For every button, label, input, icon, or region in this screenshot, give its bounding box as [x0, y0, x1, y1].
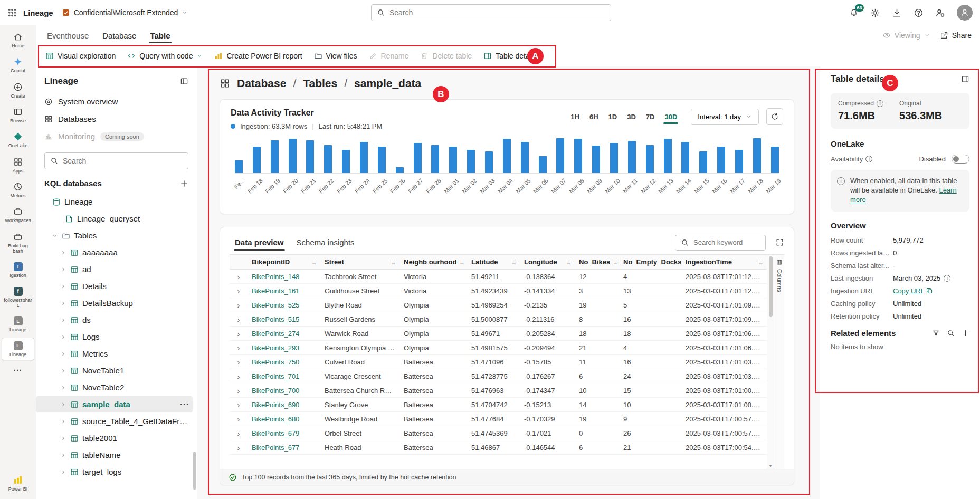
row-expand-icon[interactable]: ›	[230, 372, 248, 381]
row-expand-icon[interactable]: ›	[230, 272, 248, 281]
toolbar-table-details[interactable]: Table details	[478, 48, 542, 64]
table-row[interactable]: ›BikePoints_293Kensington Olympia Sta...…	[230, 341, 767, 355]
tree-item-ad[interactable]: ad	[36, 261, 193, 277]
tree-scrollbar[interactable]	[193, 452, 196, 490]
rail-item-power-bi[interactable]: Power BI	[2, 472, 34, 495]
collapse-panel-icon[interactable]	[180, 77, 188, 85]
chevron-icon[interactable]	[60, 300, 66, 306]
scrollbar-thumb[interactable]	[769, 256, 773, 317]
toolbar-query-with-code[interactable]: Query with code	[122, 48, 208, 64]
scroll-down-arrow[interactable]: ▾	[767, 463, 774, 468]
tree-item-logs[interactable]: Logs	[36, 329, 193, 345]
nav-item-monitoring[interactable]: MonitoringComing soon	[36, 128, 197, 145]
rail-item-apps[interactable]: Apps	[2, 153, 34, 177]
filter-icon[interactable]	[932, 329, 940, 337]
toolbar-rename[interactable]: Rename	[364, 48, 414, 64]
nav-item-system-overview[interactable]: System overview	[36, 93, 197, 110]
row-expand-icon[interactable]: ›	[230, 301, 248, 310]
global-search-input[interactable]	[389, 8, 605, 17]
tree-item-ds[interactable]: ds	[36, 312, 193, 328]
chevron-icon[interactable]	[60, 351, 66, 357]
column-menu-icon[interactable]: ≡	[460, 258, 464, 266]
table-row[interactable]: ›BikePoints_525Blythe RoadOlympia51.4969…	[230, 298, 767, 312]
account-settings-button[interactable]	[935, 8, 945, 18]
column-header-ingestiontime[interactable]: IngestionTime≡	[681, 258, 767, 266]
table-row[interactable]: ›BikePoints_680Westbridge RoadBattersea5…	[230, 412, 767, 426]
info-icon[interactable]: i	[877, 100, 883, 107]
table-row[interactable]: ›BikePoints_750Culvert RoadBattersea51.4…	[230, 355, 767, 369]
grid-scrollbar[interactable]: ▾	[767, 255, 774, 469]
share-button[interactable]: Share	[940, 31, 972, 40]
toolbar-delete-table[interactable]: Delete table	[415, 48, 477, 64]
column-header-neighb-ourhood[interactable]: Neighb ourhood≡	[399, 258, 467, 266]
tree-item-aaaaaaaa[interactable]: aaaaaaaa	[36, 244, 193, 261]
column-menu-icon[interactable]: ≡	[312, 258, 316, 266]
add-icon[interactable]	[962, 329, 969, 337]
chevron-icon[interactable]	[60, 283, 66, 290]
breadcrumb-tables[interactable]: Tables	[303, 77, 337, 90]
range-3d[interactable]: 3D	[623, 110, 640, 124]
tab-data-preview[interactable]: Data preview	[230, 233, 289, 252]
nav-item-databases[interactable]: Databases	[36, 110, 197, 128]
rail-item-more[interactable]: ···	[2, 362, 34, 378]
rail-item-followerzohar1[interactable]: ffollowerzohar1	[2, 283, 34, 312]
tree-item-novetable2[interactable]: NoveTable2	[36, 379, 193, 396]
row-expand-icon[interactable]: ›	[230, 400, 248, 409]
rail-item-lineage[interactable]: LLineage	[2, 338, 34, 360]
toolbar-visual-exploration[interactable]: Visual exploration	[40, 48, 121, 64]
rail-item-workspaces[interactable]: Workspaces	[2, 203, 34, 226]
row-expand-icon[interactable]: ›	[230, 429, 248, 438]
chevron-icon[interactable]	[52, 233, 58, 239]
columns-strip[interactable]: Columns	[774, 255, 784, 469]
row-expand-icon[interactable]: ›	[230, 415, 248, 424]
rail-item-metrics[interactable]: Metrics	[2, 178, 34, 201]
add-database-icon[interactable]	[180, 179, 188, 188]
tab-eventhouse[interactable]: Eventhouse	[41, 26, 94, 45]
tab-table[interactable]: Table	[144, 26, 176, 45]
row-expand-icon[interactable]: ›	[230, 329, 248, 338]
help-button[interactable]	[914, 8, 924, 18]
column-header-bikepointid[interactable]: BikepointID≡	[248, 258, 320, 266]
range-1h[interactable]: 1H	[566, 110, 584, 124]
chevron-icon[interactable]	[60, 401, 66, 408]
column-header-no-empty-docks[interactable]: No_Empty_Docks≡	[619, 258, 681, 266]
breadcrumb-sample-data[interactable]: sample_data	[354, 77, 421, 90]
row-expand-icon[interactable]: ›	[230, 358, 248, 367]
chevron-icon[interactable]	[60, 334, 66, 340]
column-menu-icon[interactable]: ≡	[758, 258, 763, 266]
breadcrumb-database[interactable]: Database	[237, 77, 286, 90]
interval-dropdown[interactable]: Interval: 1 day	[691, 109, 759, 125]
search-icon[interactable]	[947, 329, 955, 337]
onelake-toggle[interactable]	[952, 155, 969, 164]
row-expand-icon[interactable]: ›	[230, 443, 248, 452]
more-options-icon[interactable]: ···	[180, 400, 189, 409]
range-7d[interactable]: 7D	[642, 110, 659, 124]
tree-item-lineage[interactable]: Lineage	[36, 194, 193, 210]
tree-item-detailsbackup[interactable]: DetailsBackup	[36, 295, 193, 311]
tab-database[interactable]: Database	[97, 26, 142, 45]
avatar[interactable]	[957, 5, 973, 21]
table-row[interactable]: ›BikePoints_677Heath RoadBattersea51.468…	[230, 440, 767, 455]
info-icon[interactable]: i	[865, 156, 872, 162]
table-row[interactable]: ›BikePoints_515Russell GardensOlympia51.…	[230, 312, 767, 327]
rail-item-home[interactable]: Home	[2, 28, 34, 52]
table-row[interactable]: ›BikePoints_700Battersea Church RoadBatt…	[230, 383, 767, 398]
column-header-no-bikes[interactable]: No_Bikes≡	[575, 258, 619, 266]
toolbar-view-files[interactable]: View files	[309, 48, 363, 64]
tab-schema-insights[interactable]: Schema insights	[291, 233, 360, 252]
rail-item-copilot[interactable]: Copilot	[2, 53, 34, 76]
row-expand-icon[interactable]: ›	[230, 286, 248, 295]
refresh-button[interactable]	[766, 108, 783, 125]
table-row[interactable]: ›BikePoints_148Tachbrook StreetVictoria5…	[230, 270, 767, 284]
table-row[interactable]: ›BikePoints_679Orbel StreetBattersea51.4…	[230, 426, 767, 440]
chevron-icon[interactable]	[60, 266, 66, 273]
tree-item-tables[interactable]: Tables	[36, 227, 193, 244]
chevron-icon[interactable]	[60, 368, 66, 374]
column-menu-icon[interactable]: ≡	[511, 258, 516, 266]
download-button[interactable]	[892, 8, 902, 18]
notifications-button[interactable]: 63	[849, 8, 859, 18]
chevron-icon[interactable]	[60, 435, 66, 442]
chevron-icon[interactable]	[60, 250, 66, 256]
chevron-icon[interactable]	[60, 317, 66, 323]
table-row[interactable]: ›BikePoints_701Vicarage CrescentBatterse…	[230, 369, 767, 383]
